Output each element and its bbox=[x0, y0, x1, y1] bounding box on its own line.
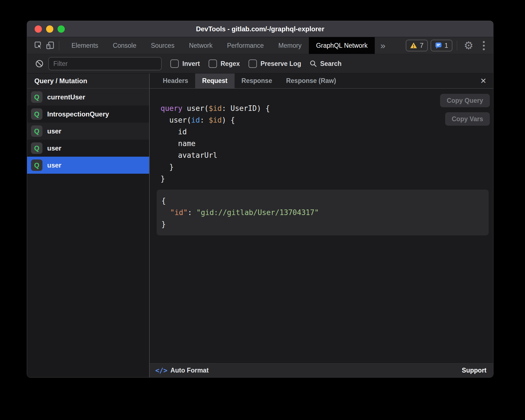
regex-checkbox-group: Regex bbox=[209, 59, 240, 68]
panel-tab-memory[interactable]: Memory bbox=[271, 37, 309, 54]
graphql-query-code: query user($id: UserID) { user(id: $id) … bbox=[161, 102, 493, 185]
query-type-badge: Q bbox=[31, 142, 42, 154]
query-list-item-user[interactable]: Quser bbox=[27, 123, 149, 140]
query-item-label: IntrospectionQuery bbox=[47, 110, 109, 118]
devtools-toolbar: ElementsConsoleSourcesNetworkPerformance… bbox=[27, 37, 493, 54]
window-title: DevTools - gitlab.com/-/graphql-explorer bbox=[196, 25, 324, 33]
variables-panel: { "id": "gid://gitlab/User/13704317" } bbox=[157, 190, 489, 235]
query-type-badge: Q bbox=[31, 91, 42, 103]
query-item-label: user bbox=[47, 127, 61, 135]
title-bar: DevTools - gitlab.com/-/graphql-explorer bbox=[27, 21, 493, 37]
query-list: QcurrentUserQIntrospectionQueryQuserQuse… bbox=[27, 89, 149, 174]
query-list-item-user[interactable]: Quser bbox=[27, 157, 149, 174]
panel-tab-elements[interactable]: Elements bbox=[64, 37, 106, 54]
settings-gear-icon[interactable]: ⚙ bbox=[464, 40, 473, 51]
search-label: Search bbox=[320, 60, 342, 68]
detail-tab-response-raw[interactable]: Response (Raw) bbox=[279, 73, 343, 88]
preserve-log-checkbox-group: Preserve Log bbox=[249, 59, 301, 68]
panel-tab-console[interactable]: Console bbox=[106, 37, 144, 54]
query-list-item-user[interactable]: Quser bbox=[27, 140, 149, 157]
main-split: Query / Mutation QcurrentUserQIntrospect… bbox=[27, 73, 493, 377]
warnings-badge[interactable]: 7 bbox=[406, 40, 428, 51]
search-icon bbox=[309, 60, 317, 68]
detail-pane: HeadersRequestResponseResponse (Raw)✕ qu… bbox=[150, 73, 493, 377]
query-type-badge: Q bbox=[31, 125, 42, 137]
filter-input[interactable] bbox=[48, 57, 162, 70]
filter-bar: Invert Regex Preserve Log Search bbox=[27, 54, 493, 73]
panel-tab-sources[interactable]: Sources bbox=[144, 37, 182, 54]
more-tabs-chevron-icon[interactable]: » bbox=[375, 40, 391, 51]
query-list-item-IntrospectionQuery[interactable]: QIntrospectionQuery bbox=[27, 106, 149, 123]
query-type-badge: Q bbox=[31, 108, 42, 120]
detail-tab-response[interactable]: Response bbox=[235, 73, 279, 88]
auto-format-label: Auto Format bbox=[170, 367, 209, 374]
panel-tab-network[interactable]: Network bbox=[182, 37, 220, 54]
support-link[interactable]: Support bbox=[462, 367, 486, 374]
query-list-item-currentUser[interactable]: QcurrentUser bbox=[27, 89, 149, 106]
zoom-window-button[interactable] bbox=[58, 25, 65, 33]
detail-footer: </> Auto Format Support bbox=[150, 363, 493, 377]
messages-badge[interactable]: 1 bbox=[431, 40, 452, 51]
message-icon bbox=[435, 42, 442, 49]
kebab-menu-icon[interactable] bbox=[482, 40, 486, 51]
preserve-log-label: Preserve Log bbox=[261, 60, 301, 68]
query-type-badge: Q bbox=[31, 159, 42, 171]
auto-format-toggle[interactable]: </> Auto Format bbox=[155, 367, 209, 374]
sidebar-header: Query / Mutation bbox=[27, 73, 149, 89]
copy-query-button[interactable]: Copy Query bbox=[440, 94, 490, 107]
search-control[interactable]: Search bbox=[309, 60, 342, 68]
warning-count: 7 bbox=[420, 42, 423, 49]
panel-tabs: ElementsConsoleSourcesNetworkPerformance… bbox=[64, 37, 375, 54]
inspect-element-icon[interactable] bbox=[33, 40, 44, 51]
invert-checkbox[interactable] bbox=[170, 59, 179, 68]
traffic-lights bbox=[35, 25, 65, 33]
regex-label: Regex bbox=[221, 60, 240, 68]
invert-label: Invert bbox=[182, 60, 200, 68]
panel-tab-graphql-network[interactable]: GraphQL Network bbox=[309, 37, 375, 54]
close-window-button[interactable] bbox=[35, 25, 42, 33]
graphql-variables-code: { "id": "gid://gitlab/User/13704317" } bbox=[161, 195, 483, 230]
preserve-log-checkbox[interactable] bbox=[249, 59, 257, 68]
detail-tab-request[interactable]: Request bbox=[195, 73, 235, 88]
warning-icon bbox=[410, 42, 417, 49]
message-count: 1 bbox=[445, 42, 448, 49]
query-item-label: user bbox=[47, 161, 61, 169]
detail-tab-headers[interactable]: Headers bbox=[156, 73, 195, 88]
query-list-sidebar: Query / Mutation QcurrentUserQIntrospect… bbox=[27, 73, 150, 377]
detail-tab-bar: HeadersRequestResponseResponse (Raw)✕ bbox=[150, 73, 493, 89]
minimize-window-button[interactable] bbox=[46, 25, 53, 33]
clear-block-icon[interactable] bbox=[35, 59, 44, 68]
close-detail-icon[interactable]: ✕ bbox=[478, 73, 488, 88]
request-content: query user($id: UserID) { user(id: $id) … bbox=[150, 89, 493, 363]
device-toolbar-icon[interactable] bbox=[44, 40, 56, 51]
invert-checkbox-group: Invert bbox=[170, 59, 200, 68]
regex-checkbox[interactable] bbox=[209, 59, 217, 68]
toolbar-separator bbox=[457, 41, 457, 50]
query-item-label: user bbox=[47, 144, 61, 152]
toolbar-separator bbox=[59, 41, 59, 50]
code-brackets-icon: </> bbox=[155, 367, 167, 374]
copy-vars-button[interactable]: Copy Vars bbox=[445, 112, 490, 126]
query-item-label: currentUser bbox=[47, 93, 85, 101]
devtools-window: DevTools - gitlab.com/-/graphql-explorer… bbox=[27, 21, 493, 378]
panel-tab-performance[interactable]: Performance bbox=[220, 37, 271, 54]
